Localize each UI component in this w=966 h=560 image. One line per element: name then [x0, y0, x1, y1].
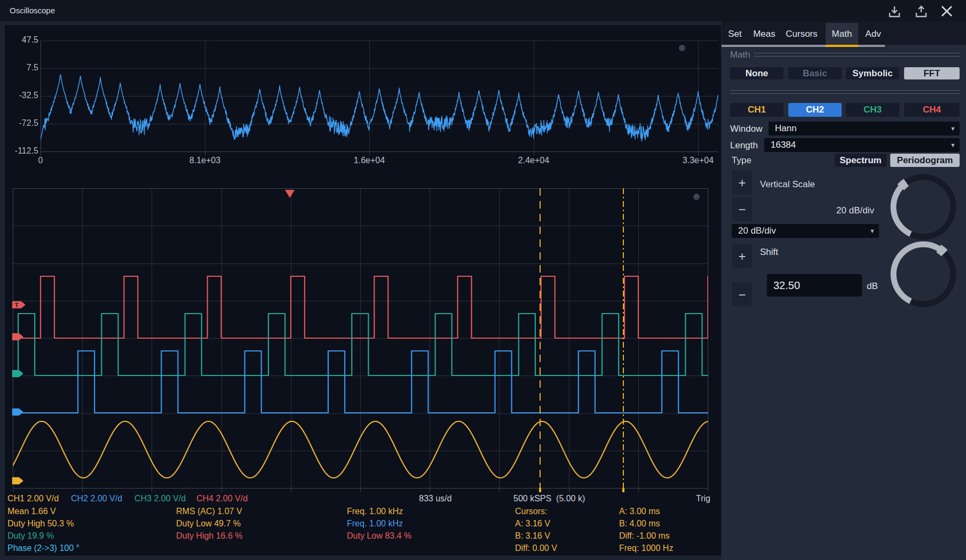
cursor-a-line[interactable]: [540, 188, 541, 488]
length-select[interactable]: 16384 ▼: [764, 138, 960, 152]
measurement-col0-row3: Phase (2->3) 100 °: [7, 543, 80, 553]
channel-offset-marker-ch3[interactable]: [12, 370, 23, 378]
fft-ytick: -72.5: [7, 118, 38, 128]
status-top-6: Trig: [696, 494, 710, 503]
scale-select[interactable]: 20 dB/div ▼: [732, 224, 879, 238]
fft-plot-canvas[interactable]: [41, 31, 718, 156]
chevron-down-icon: ▼: [869, 228, 875, 234]
fft-xtick: 0: [18, 156, 63, 165]
vertical-scale-increase-button[interactable]: +: [732, 171, 752, 195]
measurement-col2-row0: Freq. 1.00 kHz: [347, 507, 403, 516]
measurement-col4-row0: A: 3.00 ms: [619, 507, 660, 516]
scope-plot-canvas[interactable]: [13, 188, 708, 492]
fft-ytick: -112.5: [7, 146, 38, 156]
type-spectrum-button[interactable]: Spectrum: [835, 154, 886, 167]
channel-offset-marker-ch2[interactable]: [12, 408, 23, 416]
status-top-0: CH1 2.00 V/d: [7, 494, 59, 503]
status-top-4: 833 us/d: [419, 494, 452, 503]
fft-xtick: 1.6e+04: [347, 156, 392, 165]
status-top-1: CH2 2.00 V/d: [71, 494, 122, 503]
share-upload-icon[interactable]: [914, 5, 929, 19]
vertical-scale-knob[interactable]: [889, 173, 957, 241]
length-label: Length: [730, 140, 758, 151]
status-top-5: 500 kSPS (5.00 k): [513, 494, 585, 503]
measurement-col0-row2: Duty 19.9 %: [7, 531, 54, 541]
shift-increase-button[interactable]: +: [732, 244, 752, 268]
trigger-position-marker[interactable]: [285, 190, 295, 198]
close-icon[interactable]: [939, 4, 954, 18]
type-label: Type: [732, 155, 751, 166]
type-periodogram-button[interactable]: Periodogram: [890, 154, 960, 167]
measurement-col1-row0: RMS (AC) 1.07 V: [176, 507, 242, 516]
math-mode-fft-button[interactable]: FFT: [904, 67, 960, 79]
cursor-b-axis-tick: [622, 488, 624, 492]
oscilloscope-app: Oscilloscope 47.5 7.5 -32.5 -72.5 -112.5…: [0, 0, 966, 560]
window-title: Oscilloscope: [10, 6, 55, 15]
vertical-scale-label: Vertical Scale: [760, 179, 815, 190]
shift-decrease-button[interactable]: −: [732, 283, 752, 307]
measurement-col4-row2: Diff: -1.00 ms: [619, 531, 670, 541]
channel-ch4-button[interactable]: CH4: [904, 103, 960, 117]
vertical-scale-decrease-button[interactable]: −: [732, 197, 752, 221]
tab-math[interactable]: Math: [826, 23, 858, 45]
shift-label: Shift: [760, 247, 778, 258]
chevron-down-icon: ▼: [950, 125, 956, 132]
scale-select-value: 20 dB/div: [738, 224, 776, 238]
section-divider: [754, 53, 960, 57]
channel-ch1-button[interactable]: CH1: [730, 103, 783, 117]
tab-adv[interactable]: Adv: [860, 23, 886, 45]
measurement-col4-row1: B: 4.00 ms: [619, 519, 660, 529]
measurement-col2-row2: Duty Low 83.4 %: [347, 531, 411, 541]
fft-xtick: 8.1e+03: [183, 156, 227, 165]
length-select-value: 16384: [771, 138, 796, 152]
measurement-col2-row1: Freq. 1.00 kHz: [347, 519, 403, 529]
channel-offset-marker-ch1[interactable]: [12, 477, 23, 485]
measurement-col3-row0: Cursors:: [515, 507, 547, 516]
math-section-label: Math: [730, 50, 750, 60]
channel-offset-marker-ch4[interactable]: [12, 333, 23, 341]
math-mode-symbolic-button[interactable]: Symbolic: [846, 67, 899, 79]
fft-options-dot[interactable]: [679, 45, 685, 51]
status-top-2: CH3 2.00 V/d: [134, 494, 186, 503]
fft-xtick: 3.3e+04: [676, 156, 720, 165]
scope-options-dot[interactable]: [693, 194, 700, 200]
tab-cursors[interactable]: Cursors: [782, 23, 821, 45]
fft-ytick: 47.5: [7, 35, 38, 45]
svg-text:T: T: [15, 302, 19, 308]
tab-underline-active: [826, 45, 858, 47]
measurement-col4-row3: Freq: 1000 Hz: [619, 543, 673, 553]
window-select-value: Hann: [775, 122, 797, 135]
shift-unit-label: dB: [867, 281, 878, 292]
measurement-col3-row2: B: 3.16 V: [515, 531, 550, 541]
fft-ytick: -32.5: [7, 91, 38, 100]
fft-xtick: 2.4e+04: [511, 156, 556, 165]
measurement-col0-row1: Duty High 50.3 %: [7, 519, 74, 529]
shift-knob[interactable]: [889, 240, 957, 308]
window-select[interactable]: Hann ▼: [769, 122, 960, 135]
section-divider: [730, 90, 960, 94]
measurement-col1-row1: Duty Low 49.7 %: [176, 519, 241, 529]
tab-underline: [722, 45, 885, 47]
trigger-level-marker[interactable]: T: [12, 301, 26, 309]
shift-input[interactable]: [767, 274, 862, 297]
tab-meas[interactable]: Meas: [749, 23, 780, 45]
channel-ch2-button[interactable]: CH2: [788, 103, 842, 117]
fft-ytick: 7.5: [7, 63, 38, 73]
math-mode-basic-button[interactable]: Basic: [788, 67, 842, 79]
title-bar: Oscilloscope: [0, 0, 966, 21]
measurement-col3-row3: Diff: 0.00 V: [515, 543, 557, 553]
measurement-col1-row2: Duty High 16.6 %: [176, 531, 243, 541]
vertical-scale-value: 20 dB/div: [795, 205, 874, 216]
chevron-down-icon: ▼: [950, 142, 956, 148]
save-download-icon[interactable]: [887, 5, 902, 19]
status-top-3: CH4 2.00 V/d: [196, 494, 248, 503]
cursor-a-axis-tick: [539, 488, 541, 492]
channel-ch3-button[interactable]: CH3: [846, 103, 899, 117]
cursor-b-line[interactable]: [623, 188, 624, 488]
measurement-col3-row1: A: 3.16 V: [515, 519, 550, 529]
measurement-col0-row0: Mean 1.66 V: [7, 507, 56, 516]
math-mode-none-button[interactable]: None: [730, 67, 783, 79]
tab-set[interactable]: Set: [723, 23, 747, 45]
window-label: Window: [730, 124, 762, 134]
